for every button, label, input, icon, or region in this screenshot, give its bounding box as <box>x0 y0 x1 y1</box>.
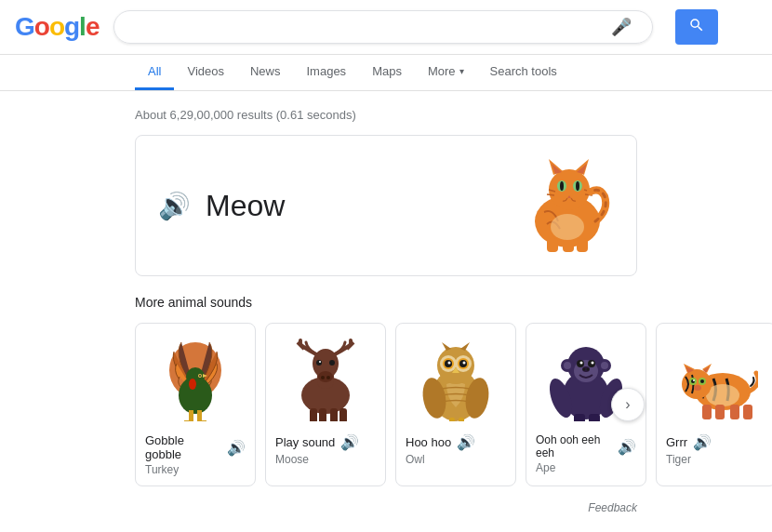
owl-name: Owl <box>406 453 506 466</box>
cat-image <box>502 154 614 257</box>
turkey-sound: Gobble gobble <box>145 433 221 461</box>
svg-point-38 <box>316 360 322 366</box>
moose-name: Moose <box>275 453 376 466</box>
owl-sound: Hoo hoo <box>406 435 451 449</box>
svg-point-25 <box>199 375 201 377</box>
svg-rect-79 <box>589 414 600 421</box>
header: Google what sound does a cat make 🎤 <box>0 0 772 55</box>
svg-rect-78 <box>574 414 585 421</box>
tiger-play-btn[interactable]: 🔊 <box>693 433 712 451</box>
svg-rect-94 <box>715 405 725 419</box>
svg-rect-61 <box>459 418 464 421</box>
featured-left: 🔊 Meow <box>158 189 285 223</box>
owl-svg <box>414 338 498 421</box>
results-area: About 6,29,00,000 results (0.61 seconds)… <box>0 91 772 494</box>
svg-rect-15 <box>547 238 558 252</box>
svg-point-22 <box>189 379 196 390</box>
microphone-icon[interactable]: 🎤 <box>611 17 632 37</box>
svg-rect-41 <box>310 408 317 421</box>
svg-point-40 <box>319 361 321 363</box>
svg-point-70 <box>592 362 594 365</box>
svg-point-35 <box>318 371 333 382</box>
turkey-name: Turkey <box>145 463 246 476</box>
moose-sound: Play sound <box>275 435 335 449</box>
svg-point-77 <box>601 362 608 369</box>
tab-news[interactable]: News <box>237 55 294 90</box>
owl-play-btn[interactable]: 🔊 <box>457 433 475 451</box>
tiger-sound: Grrr <box>666 435 687 449</box>
search-button[interactable] <box>675 9 718 45</box>
tab-images[interactable]: Images <box>293 55 359 90</box>
featured-title: Meow <box>206 189 285 223</box>
svg-rect-26 <box>189 410 193 421</box>
moose-image <box>275 333 376 426</box>
tiger-sound-row: Grrr 🔊 <box>666 433 766 451</box>
google-logo[interactable]: Google <box>15 12 99 42</box>
tab-all[interactable]: All <box>135 55 174 90</box>
svg-point-13 <box>576 181 579 191</box>
svg-point-88 <box>694 385 701 391</box>
cat-svg <box>502 154 614 257</box>
svg-point-69 <box>580 362 583 365</box>
svg-point-82 <box>682 369 712 399</box>
svg-rect-93 <box>702 405 712 419</box>
svg-point-37 <box>326 376 330 379</box>
tab-search-tools[interactable]: Search tools <box>477 55 570 90</box>
svg-rect-16 <box>563 238 574 252</box>
results-count: About 6,29,00,000 results (0.61 seconds) <box>135 108 637 122</box>
animal-sounds-section: More animal sounds <box>135 295 637 486</box>
svg-line-7 <box>547 194 554 195</box>
svg-point-86 <box>700 379 704 383</box>
svg-point-36 <box>321 376 325 379</box>
more-chevron-icon: ▾ <box>459 66 464 76</box>
svg-rect-17 <box>577 238 588 252</box>
animals-grid: Gobble gobble 🔊 Turkey <box>135 323 637 486</box>
svg-rect-27 <box>197 410 202 421</box>
nav-tabs: All Videos News Images Maps More ▾ Searc… <box>0 55 772 91</box>
ape-name: Ape <box>536 461 636 474</box>
tab-videos[interactable]: Videos <box>174 55 237 90</box>
moose-play-btn[interactable]: 🔊 <box>340 433 359 451</box>
svg-point-58 <box>463 362 466 365</box>
tiger-image <box>666 333 766 426</box>
svg-point-57 <box>448 362 451 365</box>
turkey-svg <box>153 338 237 421</box>
owl-sound-row: Hoo hoo 🔊 <box>406 433 506 451</box>
next-button[interactable]: › <box>611 388 645 421</box>
tab-more[interactable]: More ▾ <box>415 55 477 90</box>
sound-icon[interactable]: 🔊 <box>158 191 191 221</box>
svg-point-18 <box>551 214 584 240</box>
tiger-name: Tiger <box>666 453 766 466</box>
feedback-link[interactable]: Feedback <box>588 501 637 514</box>
tab-maps[interactable]: Maps <box>359 55 415 90</box>
svg-point-39 <box>329 360 335 366</box>
search-bar: what sound does a cat make 🎤 <box>113 10 653 44</box>
ape-play-btn[interactable]: 🔊 <box>618 438 636 456</box>
animal-card-owl[interactable]: Hoo hoo 🔊 Owl <box>395 323 516 486</box>
featured-box: 🔊 Meow <box>135 135 637 276</box>
svg-point-73 <box>587 368 590 371</box>
svg-point-1 <box>549 169 590 210</box>
owl-image <box>406 333 506 426</box>
search-input[interactable]: what sound does a cat make <box>127 19 611 35</box>
svg-rect-43 <box>330 408 338 421</box>
svg-rect-44 <box>339 408 347 421</box>
svg-rect-42 <box>319 408 326 421</box>
turkey-sound-row: Gobble gobble 🔊 <box>145 433 246 461</box>
animal-sounds-title: More animal sounds <box>135 295 637 310</box>
feedback-area: Feedback <box>0 494 772 522</box>
animal-card-moose[interactable]: Play sound 🔊 Moose <box>265 323 386 486</box>
turkey-image <box>145 333 246 426</box>
svg-point-72 <box>583 368 586 371</box>
svg-point-76 <box>564 362 571 369</box>
tiger-svg <box>674 338 758 421</box>
svg-point-12 <box>560 181 564 191</box>
animal-card-turkey[interactable]: Gobble gobble 🔊 Turkey <box>135 323 256 486</box>
animal-card-tiger[interactable]: Grrr 🔊 Tiger <box>656 323 772 486</box>
svg-rect-96 <box>743 405 752 419</box>
turkey-play-btn[interactable]: 🔊 <box>227 439 246 457</box>
ape-sound: Ooh ooh eeh eeh <box>536 433 612 459</box>
moose-sound-row: Play sound 🔊 <box>275 433 376 451</box>
moose-svg <box>284 338 367 421</box>
svg-rect-60 <box>449 418 455 421</box>
